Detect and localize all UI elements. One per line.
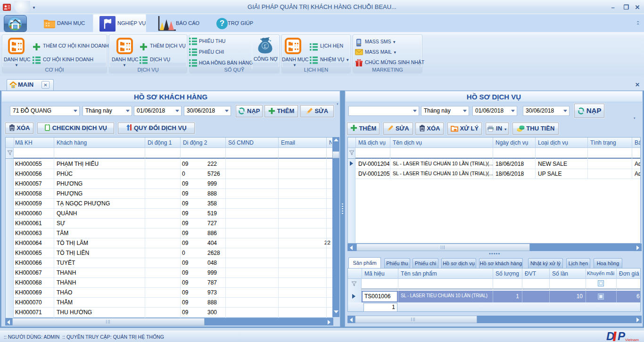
svg-text:P: P [618, 331, 626, 342]
svg-text:£: £ [264, 42, 267, 49]
svg-text:Vietnam: Vietnam [625, 338, 639, 342]
